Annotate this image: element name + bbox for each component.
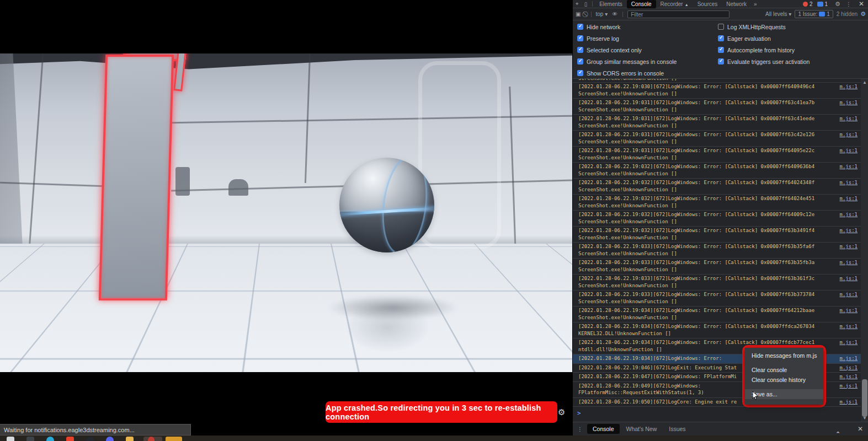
console-message[interactable]: [2022.01.28-06.22.19:030][672]LogWindows… bbox=[573, 83, 861, 99]
devtools-menu-kebab-icon[interactable]: ⋮ bbox=[846, 1, 851, 7]
settings-gear-icon[interactable]: ⚙ bbox=[558, 407, 565, 417]
devtools-close-icon[interactable]: ✕ bbox=[859, 0, 864, 8]
drawer-tab-console[interactable]: Console bbox=[587, 424, 620, 434]
source-link[interactable]: m.js:1 bbox=[839, 99, 858, 106]
unchecked-checkbox-icon[interactable] bbox=[718, 24, 724, 30]
console-message[interactable]: [2022.01.28-06.22.19:033][672]LogWindows… bbox=[573, 291, 861, 306]
console-message[interactable]: [2022.01.28-06.22.19:032][672]LogWindows… bbox=[573, 211, 861, 227]
taskbar-icon[interactable] bbox=[46, 437, 54, 441]
console-message[interactable]: [2022.01.28-06.22.19:033][672]LogWindows… bbox=[573, 243, 861, 259]
tab-network[interactable]: Network bbox=[722, 0, 751, 8]
menu-item-clear-console[interactable]: Clear console bbox=[745, 365, 823, 375]
console-prompt-row[interactable]: > bbox=[573, 406, 861, 422]
start-button-icon[interactable] bbox=[7, 437, 14, 441]
context-selector[interactable]: top ▾ bbox=[595, 11, 608, 17]
source-link[interactable]: m.js:1 bbox=[839, 323, 858, 330]
source-link[interactable]: m.js:1 bbox=[839, 355, 858, 362]
console-sidebar-icon[interactable]: ▣ bbox=[576, 11, 581, 17]
checkbox-evaluate-triggers-user-activation[interactable]: Evaluate triggers user activation bbox=[718, 56, 868, 67]
checkbox-autocomplete-from-history[interactable]: Autocomplete from history bbox=[718, 44, 868, 56]
more-tabs-chevron-icon[interactable]: » bbox=[754, 1, 757, 7]
console-message[interactable]: [2022.01.28-06.22.19:031][672]LogWindows… bbox=[573, 115, 861, 131]
source-link[interactable]: m.js:1 bbox=[839, 399, 858, 406]
3d-stream-scene[interactable] bbox=[0, 53, 572, 372]
checkbox-preserve-log[interactable]: Preserve log bbox=[577, 33, 718, 44]
source-link[interactable]: m.js:1 bbox=[839, 339, 858, 346]
console-scrollbar[interactable]: ▲ ▼ bbox=[861, 79, 868, 422]
taskbar-icon-active[interactable] bbox=[166, 437, 182, 441]
console-message[interactable]: [2022.01.28-06.22.19:032][672]LogWindows… bbox=[573, 179, 861, 195]
source-link[interactable]: m.js:1 bbox=[839, 131, 858, 138]
checkbox-selected-context-only[interactable]: Selected context only bbox=[577, 44, 718, 56]
source-link[interactable]: m.js:1 bbox=[839, 275, 858, 282]
scrollbar-thumb[interactable] bbox=[862, 379, 867, 417]
devtools-settings-gear-icon[interactable]: ⚙ bbox=[835, 1, 840, 8]
checked-checkbox-icon[interactable] bbox=[718, 47, 724, 53]
issues-counter-button[interactable]: 1 Issue: 1 bbox=[795, 10, 833, 18]
error-count-badge[interactable]: 2 bbox=[803, 1, 813, 7]
source-link[interactable]: m.js:1 bbox=[839, 291, 858, 298]
console-message[interactable]: [2022.01.28-06.22.19:032][672]LogWindows… bbox=[573, 163, 861, 179]
source-link[interactable]: m.js:1 bbox=[839, 373, 858, 380]
checked-checkbox-icon[interactable] bbox=[577, 70, 583, 76]
source-link[interactable]: m.js:1 bbox=[839, 227, 858, 234]
eye-icon[interactable]: 👁 bbox=[612, 11, 617, 17]
source-link[interactable]: m.js:1 bbox=[839, 364, 858, 372]
source-link[interactable]: m.js:1 bbox=[839, 307, 858, 314]
tab-recorder[interactable]: Recorder▲ bbox=[656, 0, 693, 8]
drawer-close-icon[interactable]: ✕ bbox=[858, 425, 863, 433]
console-message[interactable]: [2022.01.28-06.22.19:031][672]LogWindows… bbox=[573, 99, 861, 115]
taskbar-icon[interactable] bbox=[26, 437, 34, 441]
issues-count-badge[interactable]: 1 bbox=[817, 1, 828, 7]
console-settings-gear-icon[interactable]: ⚙ bbox=[860, 10, 866, 18]
checked-checkbox-icon[interactable] bbox=[577, 47, 583, 53]
source-link[interactable]: m.js:1 bbox=[839, 383, 858, 390]
source-link[interactable]: m.js:1 bbox=[839, 243, 858, 250]
console-message[interactable]: [2022.01.28-06.22.19:032][672]LogWindows… bbox=[573, 227, 861, 243]
drawer-kebab-icon[interactable]: ⋮ bbox=[577, 426, 583, 432]
scroll-up-arrow-icon[interactable]: ▲ bbox=[862, 80, 867, 85]
checkbox-log-xmlhttprequests[interactable]: Log XMLHttpRequests bbox=[718, 21, 868, 33]
source-link[interactable]: m.js:1 bbox=[839, 211, 858, 218]
console-message[interactable]: [2022.01.28-06.22.19:032][672]LogWindows… bbox=[573, 195, 861, 211]
source-link[interactable]: m.js:1 bbox=[839, 163, 858, 170]
drawer-tab-what-s-new[interactable]: What's New bbox=[621, 424, 663, 434]
checkbox-group-similar-messages-in-console[interactable]: Group similar messages in console bbox=[577, 56, 718, 67]
scroll-down-arrow-icon[interactable]: ▼ bbox=[862, 416, 867, 421]
checked-checkbox-icon[interactable] bbox=[577, 58, 583, 64]
source-link[interactable]: m.js:1 bbox=[839, 195, 858, 202]
checked-checkbox-icon[interactable] bbox=[718, 58, 724, 64]
source-link[interactable]: m.js:1 bbox=[839, 147, 858, 154]
console-message[interactable]: [2022.01.28-06.22.19:031][672]LogWindows… bbox=[573, 131, 861, 147]
checkbox-hide-network[interactable]: Hide network bbox=[577, 21, 718, 33]
menu-item-clear-console-history[interactable]: Clear console history bbox=[745, 375, 823, 385]
taskbar-icon[interactable] bbox=[148, 437, 155, 441]
device-toolbar-icon[interactable]: ▯ bbox=[584, 1, 588, 7]
checked-checkbox-icon[interactable] bbox=[718, 35, 724, 41]
checkbox-eager-evaluation[interactable]: Eager evaluation bbox=[718, 33, 868, 44]
inspect-element-icon[interactable]: ⌖ bbox=[576, 1, 579, 7]
tray-chevron-up-icon[interactable]: ⌃ bbox=[835, 431, 840, 438]
taskbar-icon[interactable] bbox=[126, 437, 134, 441]
console-message[interactable]: [2022.01.28-06.22.19:034][672]LogWindows… bbox=[573, 322, 861, 338]
tab-sources[interactable]: Sources bbox=[693, 0, 722, 8]
taskbar-icon[interactable] bbox=[66, 437, 74, 441]
checkbox-show-cors-errors-in-console[interactable]: Show CORS errors in console bbox=[577, 67, 718, 79]
console-message[interactable]: [2022.01.28-06.22.19:033][672]LogWindows… bbox=[573, 259, 861, 275]
tab-elements[interactable]: Elements bbox=[595, 0, 627, 8]
drawer-tab-issues[interactable]: Issues bbox=[663, 424, 691, 434]
checked-checkbox-icon[interactable] bbox=[577, 24, 583, 30]
source-link[interactable]: m.js:1 bbox=[839, 179, 858, 186]
source-link[interactable]: m.js:1 bbox=[839, 115, 858, 122]
console-message[interactable]: [2022.01.28-06.22.19:031][672]LogWindows… bbox=[573, 147, 861, 163]
console-message[interactable]: [2022.01.28-06.22.19:034][672]LogWindows… bbox=[573, 306, 861, 322]
source-link[interactable]: m.js:1 bbox=[839, 83, 858, 90]
taskbar-icon[interactable] bbox=[86, 437, 94, 441]
taskbar-icon[interactable] bbox=[106, 437, 114, 441]
windows-taskbar[interactable] bbox=[0, 435, 868, 441]
log-levels-dropdown[interactable]: All levels ▾ bbox=[765, 11, 791, 17]
menu-item-hide-messages-from-m-js[interactable]: Hide messages from m.js bbox=[745, 351, 823, 361]
checked-checkbox-icon[interactable] bbox=[577, 35, 583, 41]
source-link[interactable]: m.js:1 bbox=[839, 259, 858, 266]
filter-input[interactable]: Filter bbox=[627, 10, 729, 18]
